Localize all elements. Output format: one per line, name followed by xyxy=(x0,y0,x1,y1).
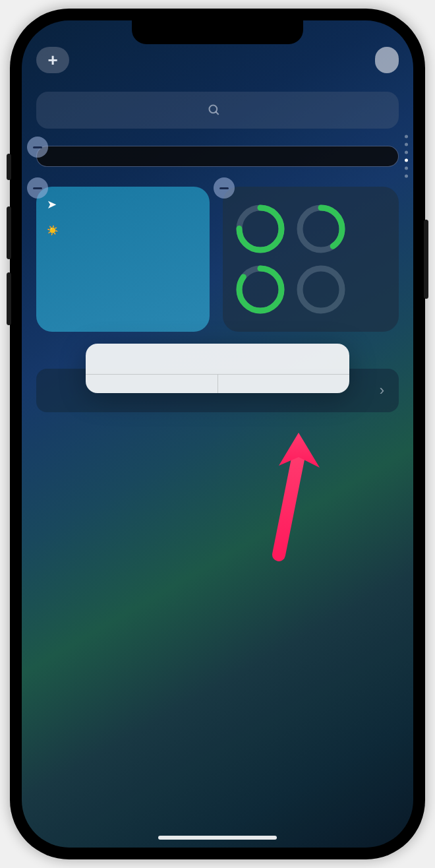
device-frame: + ➤ xyxy=(10,9,425,859)
modal-backdrop xyxy=(22,20,413,848)
cancel-button[interactable] xyxy=(86,375,218,393)
remove-button[interactable] xyxy=(218,375,350,393)
power-button xyxy=(424,220,428,299)
minus-icon xyxy=(219,187,229,189)
minus-icon xyxy=(33,146,42,148)
remove-widget-button[interactable] xyxy=(27,177,48,199)
screen: + ➤ xyxy=(22,20,413,848)
remove-widget-button[interactable] xyxy=(27,137,48,158)
home-indicator[interactable] xyxy=(158,836,277,840)
minus-icon xyxy=(33,187,42,189)
side-button xyxy=(7,154,11,180)
notch xyxy=(132,20,303,44)
remove-widget-alert xyxy=(86,344,349,393)
volume-down xyxy=(7,272,11,325)
volume-up xyxy=(7,206,11,259)
remove-widget-button[interactable] xyxy=(214,177,235,199)
